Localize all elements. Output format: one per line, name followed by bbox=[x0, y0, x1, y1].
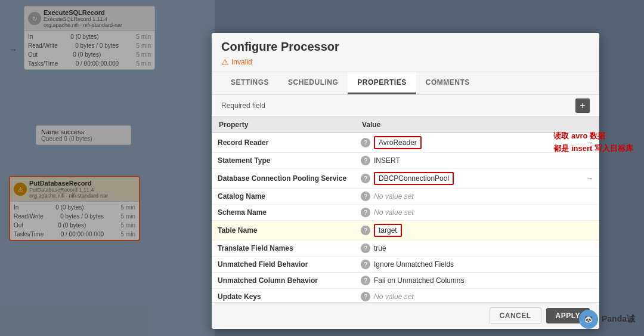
info-icon: ? bbox=[361, 226, 370, 235]
prop-value-table-name[interactable]: ? target bbox=[355, 221, 599, 241]
value-true: true bbox=[374, 244, 386, 252]
tab-scheduling[interactable]: SCHEDULING bbox=[278, 72, 348, 94]
annotation-line2: 都是 insert 写入目标库 bbox=[553, 143, 633, 155]
value-ignore-unmatched: Ignore Unmatched Fields bbox=[374, 260, 454, 269]
info-icon: ? bbox=[361, 260, 370, 269]
dialog-body: Required field + Property Value Record R… bbox=[212, 95, 599, 302]
prop-value-update-keys[interactable]: ? No value set bbox=[355, 289, 599, 303]
info-icon: ? bbox=[361, 292, 370, 301]
info-icon: ? bbox=[361, 276, 370, 285]
properties-table: Property Value Record Reader ? AvroReade… bbox=[212, 117, 599, 302]
table-row[interactable]: Schema Name ? No value set bbox=[212, 205, 599, 221]
invalid-badge: ⚠ Invalid bbox=[221, 57, 252, 67]
annotation-text: 读取 avro 数据 都是 insert 写入目标库 bbox=[553, 130, 633, 155]
value-dbcp: DBCPConnectionPool bbox=[374, 172, 454, 185]
value-no-value: No value set bbox=[374, 292, 414, 301]
invalid-label: Invalid bbox=[231, 58, 252, 66]
value-fail-unmatched: Fail on Unmatched Columns bbox=[374, 276, 464, 285]
prop-value-catalog[interactable]: ? No value set bbox=[355, 189, 599, 205]
table-row[interactable]: Catalog Name ? No value set bbox=[212, 189, 599, 205]
prop-name-schema: Schema Name bbox=[212, 205, 355, 221]
prop-value-schema[interactable]: ? No value set bbox=[355, 205, 599, 221]
table-row[interactable]: Unmatched Column Behavior ? Fail on Unma… bbox=[212, 273, 599, 289]
table-row[interactable]: Statement Type ? INSERT bbox=[212, 153, 599, 169]
prop-name-unmatched-col: Unmatched Column Behavior bbox=[212, 273, 355, 289]
table-row[interactable]: Translate Field Names ? true bbox=[212, 241, 599, 257]
prop-name-translate-fields: Translate Field Names bbox=[212, 241, 355, 257]
value-avro-reader: AvroReader bbox=[374, 136, 422, 149]
watermark-icon: 🐼 bbox=[579, 310, 598, 329]
prop-value-unmatched-col[interactable]: ? Fail on Unmatched Columns bbox=[355, 273, 599, 289]
value-no-value: No value set bbox=[374, 192, 414, 201]
watermark: 🐼 Panda诚 bbox=[579, 310, 635, 329]
table-row-table-name[interactable]: Table Name ? target bbox=[212, 221, 599, 241]
required-field-bar: Required field + bbox=[212, 95, 599, 117]
dialog-header: Configure Processor ⚠ Invalid bbox=[212, 33, 599, 72]
prop-name-record-reader: Record Reader bbox=[212, 133, 355, 153]
cancel-button[interactable]: CANCEL bbox=[490, 307, 541, 324]
prop-name-db-connection: Database Connection Pooling Service bbox=[212, 169, 355, 189]
tab-settings[interactable]: SETTINGS bbox=[221, 72, 278, 94]
watermark-text: Panda诚 bbox=[602, 314, 635, 325]
properties-table-wrapper[interactable]: Property Value Record Reader ? AvroReade… bbox=[212, 117, 599, 302]
prop-name-table-name: Table Name bbox=[212, 221, 355, 241]
prop-name-catalog: Catalog Name bbox=[212, 189, 355, 205]
prop-value-unmatched-field[interactable]: ? Ignore Unmatched Fields bbox=[355, 257, 599, 273]
prop-name-statement-type: Statement Type bbox=[212, 153, 355, 169]
warning-icon: ⚠ bbox=[221, 57, 229, 67]
prop-name-unmatched-field: Unmatched Field Behavior bbox=[212, 257, 355, 273]
tab-properties[interactable]: PROPERTIES bbox=[348, 72, 416, 94]
col-header-property: Property bbox=[212, 117, 355, 133]
table-row[interactable]: Update Keys ? No value set bbox=[212, 289, 599, 303]
value-target: target bbox=[374, 224, 402, 237]
prop-value-db-connection[interactable]: ? DBCPConnectionPool → bbox=[355, 169, 599, 189]
table-row[interactable]: Record Reader ? AvroReader → bbox=[212, 133, 599, 153]
info-icon: ? bbox=[361, 192, 370, 201]
table-row[interactable]: Database Connection Pooling Service ? DB… bbox=[212, 169, 599, 189]
info-icon: ? bbox=[361, 138, 370, 147]
prop-name-update-keys: Update Keys bbox=[212, 289, 355, 303]
value-insert: INSERT bbox=[374, 156, 400, 165]
required-field-label: Required field bbox=[221, 101, 265, 110]
configure-processor-dialog: Configure Processor ⚠ Invalid SETTINGS S… bbox=[212, 33, 599, 329]
annotation-line1: 读取 avro 数据 bbox=[553, 130, 633, 143]
info-icon: ? bbox=[361, 243, 370, 253]
info-icon: ? bbox=[361, 208, 370, 217]
add-property-button[interactable]: + bbox=[575, 98, 590, 113]
prop-value-translate-fields[interactable]: ? true bbox=[355, 241, 599, 257]
value-no-value: No value set bbox=[374, 208, 414, 217]
dialog-tabs: SETTINGS SCHEDULING PROPERTIES COMMENTS bbox=[212, 72, 599, 95]
dialog-footer: CANCEL APPLY bbox=[212, 302, 599, 329]
arrow-icon: → bbox=[586, 174, 593, 183]
info-icon: ? bbox=[361, 174, 370, 183]
info-icon: ? bbox=[361, 156, 370, 165]
table-row[interactable]: Unmatched Field Behavior ? Ignore Unmatc… bbox=[212, 257, 599, 273]
dialog-title: Configure Processor bbox=[221, 40, 590, 54]
tab-comments[interactable]: COMMENTS bbox=[416, 72, 479, 94]
